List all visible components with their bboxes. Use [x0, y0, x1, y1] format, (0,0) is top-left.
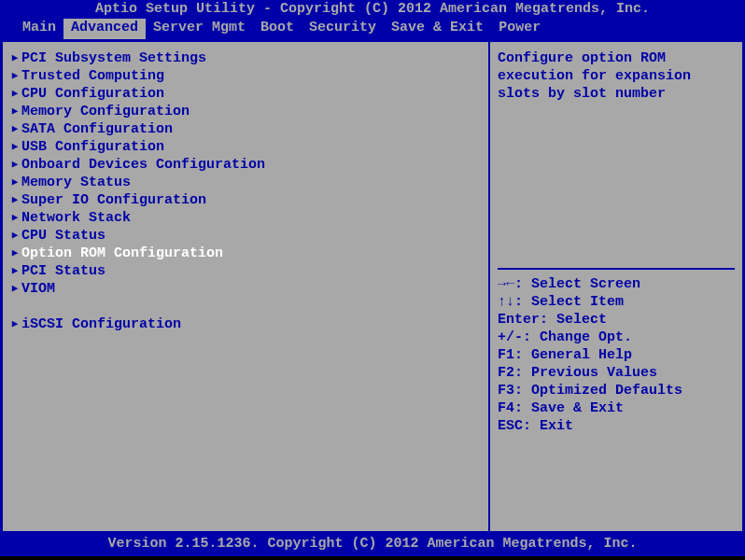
item-viom[interactable]: ▶VIOM	[8, 280, 483, 298]
submenu-arrow-icon: ▶	[8, 191, 21, 209]
tab-save-exit[interactable]: Save & Exit	[384, 19, 491, 39]
footer-bar: Version 2.15.1236. Copyright (C) 2012 Am…	[0, 534, 745, 556]
item-pci-status[interactable]: ▶PCI Status	[8, 262, 483, 280]
key-f3: F3: Optimized Defaults	[498, 382, 735, 399]
submenu-arrow-icon: ▶	[8, 85, 21, 103]
tab-security[interactable]: Security	[302, 19, 384, 39]
submenu-arrow-icon: ▶	[8, 280, 21, 298]
item-super-io[interactable]: ▶Super IO Configuration	[8, 191, 483, 209]
left-panel: ▶PCI Subsystem Settings ▶Trusted Computi…	[3, 42, 490, 531]
menu-bar: Main Advanced Server Mgmt Boot Security …	[0, 19, 745, 39]
submenu-arrow-icon: ▶	[8, 49, 21, 67]
submenu-arrow-icon: ▶	[8, 209, 21, 227]
item-memory-configuration[interactable]: ▶Memory Configuration	[8, 103, 483, 120]
submenu-arrow-icon: ▶	[8, 262, 21, 280]
footer-text: Version 2.15.1236. Copyright (C) 2012 Am…	[107, 536, 637, 552]
submenu-arrow-icon: ▶	[8, 67, 21, 85]
submenu-arrow-icon: ▶	[8, 103, 21, 120]
item-trusted-computing[interactable]: ▶Trusted Computing	[8, 67, 483, 85]
key-change: +/-: Change Opt.	[498, 329, 735, 346]
item-iscsi[interactable]: ▶iSCSI Configuration	[8, 315, 483, 333]
content-area: ▶PCI Subsystem Settings ▶Trusted Computi…	[0, 39, 745, 534]
key-item: ↑↓: Select Item	[498, 293, 735, 311]
arrows-lr-icon: →←	[498, 276, 514, 292]
item-usb-configuration[interactable]: ▶USB Configuration	[8, 138, 483, 156]
item-cpu-status[interactable]: ▶CPU Status	[8, 227, 483, 245]
item-option-rom[interactable]: ▶Option ROM Configuration	[8, 245, 483, 262]
key-screen: →←: Select Screen	[498, 275, 735, 293]
title-text: Aptio Setup Utility - Copyright (C) 2012…	[95, 1, 650, 17]
submenu-arrow-icon: ▶	[8, 138, 21, 156]
key-help: →←: Select Screen ↑↓: Select Item Enter:…	[498, 275, 735, 435]
tab-main[interactable]: Main	[15, 19, 63, 39]
tab-server-mgmt[interactable]: Server Mgmt	[146, 19, 253, 39]
submenu-arrow-icon: ▶	[8, 245, 21, 262]
key-f2: F2: Previous Values	[498, 364, 735, 382]
key-esc: ESC: Exit	[498, 417, 735, 435]
bios-screen: Aptio Setup Utility - Copyright (C) 2012…	[0, 0, 745, 560]
key-f1: F1: General Help	[498, 346, 735, 364]
item-onboard-devices[interactable]: ▶Onboard Devices Configuration	[8, 156, 483, 174]
help-text: Configure option ROM execution for expan…	[498, 49, 735, 264]
key-enter: Enter: Select	[498, 311, 735, 329]
right-panel: Configure option ROM execution for expan…	[490, 42, 742, 531]
tab-advanced[interactable]: Advanced	[63, 19, 146, 39]
key-f4: F4: Save & Exit	[498, 399, 735, 417]
submenu-arrow-icon: ▶	[8, 120, 21, 138]
tab-power[interactable]: Power	[491, 19, 548, 39]
spacer	[8, 298, 483, 315]
item-pci-subsystem[interactable]: ▶PCI Subsystem Settings	[8, 49, 483, 67]
submenu-arrow-icon: ▶	[8, 315, 21, 333]
panel-divider	[498, 268, 735, 270]
item-network-stack[interactable]: ▶Network Stack	[8, 209, 483, 227]
title-bar: Aptio Setup Utility - Copyright (C) 2012…	[0, 0, 745, 19]
item-cpu-configuration[interactable]: ▶CPU Configuration	[8, 85, 483, 103]
submenu-arrow-icon: ▶	[8, 227, 21, 245]
submenu-arrow-icon: ▶	[8, 156, 21, 174]
item-sata-configuration[interactable]: ▶SATA Configuration	[8, 120, 483, 138]
item-memory-status[interactable]: ▶Memory Status	[8, 174, 483, 191]
tab-boot[interactable]: Boot	[253, 19, 302, 39]
arrows-ud-icon: ↑↓	[498, 294, 514, 310]
submenu-arrow-icon: ▶	[8, 174, 21, 191]
